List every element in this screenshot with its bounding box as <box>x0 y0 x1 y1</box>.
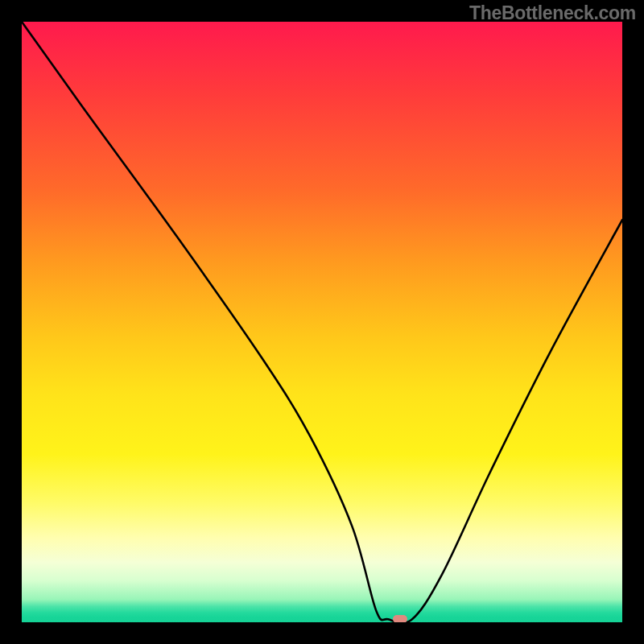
watermark-text: TheBottleneck.com <box>469 2 636 24</box>
optimal-marker <box>393 615 407 622</box>
chart-frame: TheBottleneck.com <box>0 0 644 644</box>
plot-area <box>22 22 622 622</box>
bottleneck-curve <box>22 22 622 622</box>
